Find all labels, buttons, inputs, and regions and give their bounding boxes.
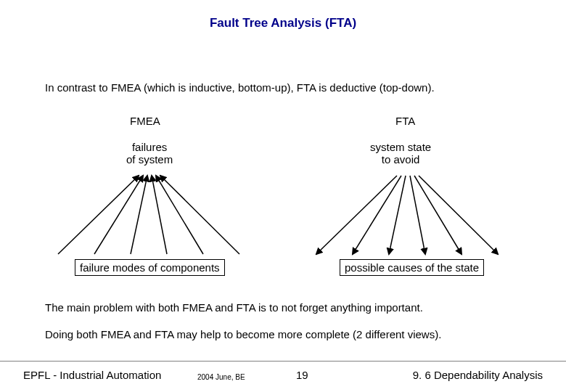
svg-line-9	[410, 176, 425, 254]
svg-line-7	[353, 176, 401, 254]
svg-line-11	[419, 176, 498, 254]
fmea-bottom-box: failure modes of components	[75, 259, 225, 276]
footer-left: EPFL - Industrial Automation	[23, 369, 161, 381]
svg-line-2	[131, 176, 147, 254]
svg-line-10	[414, 176, 462, 254]
footer-date: 2004 June, BE	[197, 373, 245, 381]
svg-line-0	[58, 176, 139, 254]
fta-bottom-box: possible causes of the state	[340, 259, 484, 276]
fmea-top-label: failuresof system	[126, 141, 173, 166]
fta-heading: FTA	[395, 115, 415, 127]
body-text-1: The main problem with both FMEA and FTA …	[45, 301, 524, 314]
fmea-heading: FMEA	[130, 115, 160, 127]
fta-arrows-icon	[309, 171, 505, 257]
svg-line-8	[389, 176, 406, 254]
fta-top-label: system stateto avoid	[370, 141, 431, 166]
svg-line-4	[156, 176, 203, 254]
svg-line-5	[160, 176, 239, 254]
footer-page-number: 19	[296, 369, 308, 381]
fmea-arrows-icon	[51, 171, 247, 257]
footer-section: 9. 6 Dependability Analysis	[413, 369, 543, 381]
body-text-2: Doing both FMEA and FTA may help to beco…	[45, 328, 524, 340]
svg-line-3	[152, 176, 167, 254]
slide-title: Fault Tree Analysis (FTA)	[0, 16, 566, 30]
footer-divider	[0, 361, 566, 362]
svg-line-6	[316, 176, 397, 254]
intro-text: In contrast to FMEA (which is inductive,…	[45, 81, 524, 94]
svg-line-1	[94, 176, 143, 254]
